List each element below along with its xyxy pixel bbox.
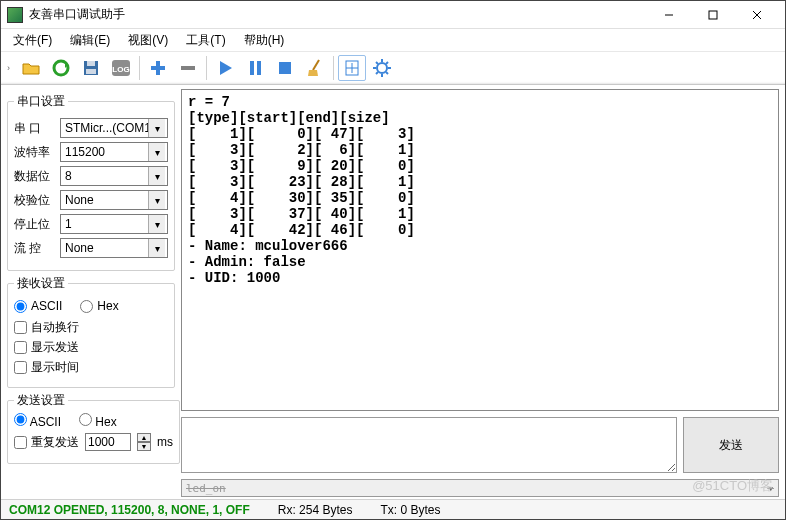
menu-view[interactable]: 视图(V)	[122, 30, 174, 51]
refresh-icon	[51, 58, 71, 78]
refresh-button[interactable]	[47, 55, 75, 81]
tx-hex-radio[interactable]	[79, 413, 92, 426]
port-label: 串 口	[14, 120, 54, 137]
receive-settings-group: 接收设置 ASCII Hex 自动换行 显示发送 显示时间	[7, 275, 175, 388]
svg-rect-14	[250, 61, 254, 75]
autoscroll-button[interactable]	[338, 55, 366, 81]
clear-button[interactable]	[301, 55, 329, 81]
add-button[interactable]	[144, 55, 172, 81]
status-connection: COM12 OPENED, 115200, 8, NONE, 1, OFF	[9, 503, 250, 517]
rx-hex-radio[interactable]	[80, 300, 93, 313]
toolbar-separator	[206, 56, 207, 80]
svg-line-29	[376, 72, 378, 74]
close-icon	[752, 10, 762, 20]
stop-icon	[275, 58, 295, 78]
parity-value: None	[65, 193, 94, 207]
repeat-interval-spinner[interactable]: ▲ ▼	[137, 433, 151, 451]
tx-ascii-radio[interactable]	[14, 413, 27, 426]
svg-rect-1	[709, 11, 717, 19]
left-panel: 串口设置 串 口 STMicr...(COM12 波特率 115200 数据位 …	[1, 85, 181, 501]
databits-combo[interactable]: 8	[60, 166, 168, 186]
tx-ascii-option[interactable]: ASCII	[14, 413, 61, 429]
send-settings-group: 发送设置 ASCII Hex 重复发送 ▲ ▼ ms	[7, 392, 180, 464]
history-combo[interactable]: led_on	[181, 479, 779, 497]
title-bar: 友善串口调试助手	[1, 1, 785, 29]
send-button[interactable]: 发送	[683, 417, 779, 473]
pause-button[interactable]	[241, 55, 269, 81]
save-icon	[81, 58, 101, 78]
open-button[interactable]	[17, 55, 45, 81]
chevron-up-icon[interactable]: ▲	[137, 433, 151, 442]
remove-button[interactable]	[174, 55, 202, 81]
repeat-send-checkbox[interactable]	[14, 436, 27, 449]
receive-settings-title: 接收设置	[14, 275, 68, 292]
send-area: 发送	[181, 417, 779, 473]
repeat-interval-input[interactable]	[85, 433, 131, 451]
menu-file[interactable]: 文件(F)	[7, 30, 58, 51]
baud-combo[interactable]: 115200	[60, 142, 168, 162]
send-input[interactable]	[181, 417, 677, 473]
auto-wrap-checkbox[interactable]	[14, 321, 27, 334]
svg-line-28	[386, 62, 388, 64]
play-button[interactable]	[211, 55, 239, 81]
serial-settings-title: 串口设置	[14, 93, 68, 110]
pause-icon	[245, 58, 265, 78]
menu-tools[interactable]: 工具(T)	[180, 30, 231, 51]
broom-icon	[305, 58, 325, 78]
main-area: 串口设置 串 口 STMicr...(COM12 波特率 115200 数据位 …	[1, 85, 785, 501]
port-value: STMicr...(COM12	[65, 121, 158, 135]
port-combo[interactable]: STMicr...(COM12	[60, 118, 168, 138]
auto-wrap-option[interactable]: 自动换行	[14, 319, 168, 336]
status-bar: COM12 OPENED, 115200, 8, NONE, 1, OFF Rx…	[1, 499, 785, 519]
repeat-send-option[interactable]: 重复发送	[14, 434, 79, 451]
save-button[interactable]	[77, 55, 105, 81]
close-button[interactable]	[735, 2, 779, 28]
svg-rect-7	[86, 69, 96, 74]
window-title: 友善串口调试助手	[29, 6, 125, 23]
svg-marker-13	[220, 61, 232, 75]
log-button[interactable]: LOG	[107, 55, 135, 81]
rx-ascii-radio[interactable]	[14, 300, 27, 313]
show-time-checkbox[interactable]	[14, 361, 27, 374]
databits-label: 数据位	[14, 168, 54, 185]
toolbar-separator	[333, 56, 334, 80]
window-controls	[647, 2, 779, 28]
svg-line-26	[376, 62, 378, 64]
settings-button[interactable]	[368, 55, 396, 81]
chevron-down-icon[interactable]: ▼	[137, 442, 151, 451]
maximize-button[interactable]	[691, 2, 735, 28]
toolbar-separator	[139, 56, 140, 80]
tx-hex-option[interactable]: Hex	[79, 413, 117, 429]
svg-point-21	[377, 63, 387, 73]
show-send-option[interactable]: 显示发送	[14, 339, 168, 356]
rx-ascii-option[interactable]: ASCII	[14, 299, 62, 313]
rx-hex-option[interactable]: Hex	[80, 299, 118, 313]
history-value: led_on	[186, 482, 226, 495]
baud-label: 波特率	[14, 144, 54, 161]
repeat-unit: ms	[157, 435, 173, 449]
show-send-checkbox[interactable]	[14, 341, 27, 354]
svg-line-17	[313, 60, 319, 70]
flow-combo[interactable]: None	[60, 238, 168, 258]
svg-rect-15	[257, 61, 261, 75]
svg-rect-6	[87, 61, 95, 66]
folder-open-icon	[21, 58, 41, 78]
stop-button[interactable]	[271, 55, 299, 81]
show-time-option[interactable]: 显示时间	[14, 359, 168, 376]
status-rx: Rx: 254 Bytes	[278, 503, 353, 517]
menu-help[interactable]: 帮助(H)	[238, 30, 291, 51]
menu-edit[interactable]: 编辑(E)	[64, 30, 116, 51]
svg-line-27	[386, 72, 388, 74]
svg-text:LOG: LOG	[112, 65, 129, 74]
gear-icon	[372, 58, 392, 78]
plus-icon	[148, 58, 168, 78]
parity-label: 校验位	[14, 192, 54, 209]
parity-combo[interactable]: None	[60, 190, 168, 210]
toolbar-overflow-left-icon: ›	[7, 63, 15, 73]
stopbits-combo[interactable]: 1	[60, 214, 168, 234]
svg-rect-16	[279, 62, 291, 74]
stopbits-value: 1	[65, 217, 72, 231]
send-settings-title: 发送设置	[14, 392, 68, 409]
minimize-button[interactable]	[647, 2, 691, 28]
receive-terminal[interactable]: r = 7 [type][start][end][size] [ 1][ 0][…	[181, 89, 779, 411]
